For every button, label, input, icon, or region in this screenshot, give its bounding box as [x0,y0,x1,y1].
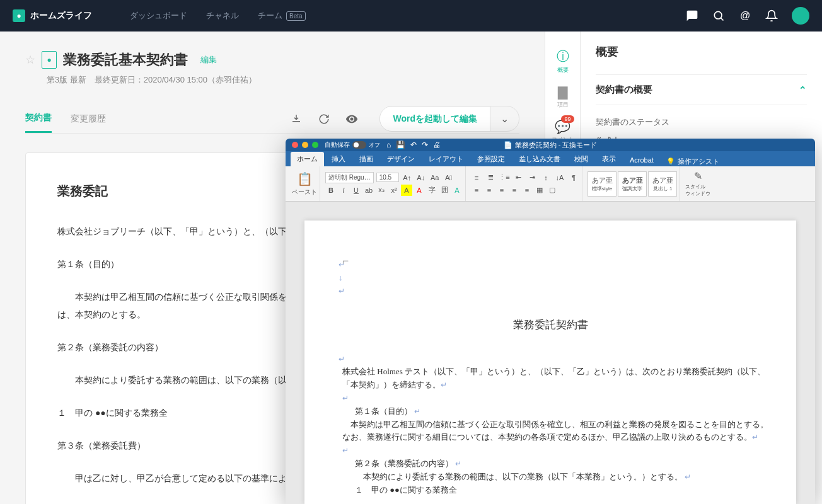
mention-icon[interactable]: @ [739,9,751,22]
superscript-button[interactable]: x² [388,185,400,196]
align-left-icon[interactable]: ≡ [471,185,482,196]
brand-icon: ● [13,9,25,22]
borders-icon[interactable]: ▢ [547,185,558,196]
char-shading-icon[interactable]: A [451,185,463,196]
nav-team[interactable]: チーム Beta [258,10,306,21]
strikethrough-button[interactable]: ab [363,185,374,196]
print-icon[interactable]: 🖨 [433,140,441,149]
subscript-button[interactable]: x₂ [376,185,387,196]
tab-contract[interactable]: 契約書 [25,105,52,133]
ribbon-tab-home[interactable]: ホーム [291,152,324,166]
save-icon[interactable]: 💾 [396,140,405,149]
change-case-icon[interactable]: Aa [429,172,441,183]
minimize-icon[interactable] [302,142,308,148]
bold-button[interactable]: B [325,185,337,196]
notification-icon[interactable] [765,9,778,22]
char-border-icon[interactable]: 囲 [439,185,450,196]
nav-items: ダッシュボード チャネル チーム Beta [130,10,306,21]
style-emphasis[interactable]: あア亜強調太字 [618,171,647,197]
word-page[interactable]: ⌐ ↵ ↓ ↵ 業務委託契約書 ↵ 株式会社 Holmes テスト（以下、「甲」… [304,220,796,504]
multilevel-icon[interactable]: ⋮≡ [499,172,510,183]
line-spacing-icon[interactable]: ↕ [540,172,552,183]
accordion-title: 契約書の概要 [596,84,652,96]
ribbon-tab-references[interactable]: 参照設定 [471,152,511,166]
show-marks-icon[interactable]: ¶ [568,172,579,183]
indent-left-icon[interactable]: ⇤ [512,172,524,183]
distributed-icon[interactable]: ≡ [521,185,533,196]
word-chevron-icon[interactable]: ⌄ [490,106,519,131]
accordion-header[interactable]: 契約書の概要 ⌃ [596,74,807,105]
ribbon-tab-view[interactable]: 表示 [596,152,622,166]
autosave-toggle[interactable] [352,141,366,149]
justify-icon[interactable]: ≡ [509,185,520,196]
rail-icon-overview[interactable]: ⓘ 概要 [549,44,577,78]
top-navigation: ● ホームズライフ ダッシュボード チャネル チーム Beta @ [0,0,822,32]
style-heading1[interactable]: あア亜見出し 1 [648,171,677,197]
paste-label: ペースト [292,188,317,197]
ribbon-tab-layout[interactable]: レイアウト [422,152,470,166]
ruby-icon[interactable]: 字 [426,185,437,196]
preview-icon[interactable] [345,113,358,125]
styles-pane-button[interactable]: ✎ スタイル ウィンドウ [685,170,710,197]
font-size-select[interactable]: 10.5 [376,173,399,182]
chevron-up-icon: ⌃ [799,84,807,96]
increase-font-icon[interactable]: A↑ [402,172,413,183]
brand[interactable]: ● ホームズライフ [13,9,92,22]
font-color-icon[interactable]: A [414,185,425,196]
autosave: 自動保存 オフ [325,140,380,149]
ribbon-tabs: ホーム 挿入 描画 デザイン レイアウト 参照設定 差し込み文書 校閲 表示 A… [286,151,815,166]
sort-icon[interactable]: ↓A [554,172,565,183]
text-highlight-icon[interactable]: A [401,185,412,196]
ribbon-tab-review[interactable]: 校閲 [568,152,594,166]
ribbon-assist[interactable]: 💡操作アシスト [666,157,719,166]
nav-channel[interactable]: チャネル [206,10,239,21]
italic-button[interactable]: I [338,185,349,196]
ribbon-tab-draw[interactable]: 描画 [353,152,379,166]
filename-text: 業務委託契約 - 互換モード [515,140,598,150]
undo-icon[interactable]: ↶ [410,140,417,149]
ribbon-tab-insert[interactable]: 挿入 [325,152,352,166]
word-launch-button[interactable]: Wordを起動して編集 [380,107,490,131]
maximize-icon[interactable] [312,142,318,148]
comment-badge: 99 [561,115,574,123]
edit-link[interactable]: 編集 [200,54,217,66]
search-icon[interactable] [712,9,725,22]
messages-icon[interactable] [686,9,698,22]
indent-right-icon[interactable]: ⇥ [526,172,538,183]
decrease-font-icon[interactable]: A↓ [415,172,427,183]
word-titlebar[interactable]: 自動保存 オフ ⌂ 💾 ↶ ↷ 🖨 📄 業務委託契約 - 互換モード [286,139,815,151]
rail-icon-items[interactable]: ▇ 項目 [549,81,577,113]
bullets-icon[interactable]: ≡ [471,172,482,183]
autosave-state: オフ [369,141,380,149]
align-right-icon[interactable]: ≡ [496,185,507,196]
ribbon-group-font: 游明朝 Regu… 10.5 A↑ A↓ Aa A⃠ B I U ab x₂ x… [323,166,466,201]
clear-format-icon[interactable]: A⃠ [443,172,454,183]
info-icon: ⓘ [557,48,569,65]
redo-icon[interactable]: ↷ [422,140,428,149]
align-center-icon[interactable]: ≡ [483,185,495,196]
nav-right: @ [686,7,809,25]
ribbon-tab-design[interactable]: デザイン [381,152,421,166]
tab-history[interactable]: 変更履歴 [71,106,106,132]
style-normal[interactable]: あア亜標準style [588,171,616,197]
paste-button[interactable]: 📋 ペースト [292,171,317,197]
nav-dashboard[interactable]: ダッシュボード [130,10,187,21]
ribbon-tab-acrobat[interactable]: Acrobat [623,154,660,166]
tabs-row: 契約書 変更履歴 Wordを起動して編集 ⌄ [25,105,519,134]
underline-button[interactable]: U [350,185,362,196]
document-icon: ● [42,51,57,69]
refresh-icon[interactable] [318,113,330,125]
word-article-2: 第２条（業務委託の内容） [355,459,453,468]
star-icon[interactable]: ☆ [25,53,35,67]
numbering-icon[interactable]: ≣ [485,172,496,183]
styles-pane-label: スタイル ウィンドウ [685,183,710,197]
word-canvas[interactable]: ⌐ ↵ ↓ ↵ 業務委託契約書 ↵ 株式会社 Holmes テスト（以下、「甲」… [286,202,815,504]
avatar[interactable] [792,7,809,25]
shading-icon[interactable]: ▦ [534,185,545,196]
font-family-select[interactable]: 游明朝 Regu… [325,172,374,183]
home-icon[interactable]: ⌂ [386,140,391,149]
ribbon-tab-mailmerge[interactable]: 差し込み文書 [512,152,567,166]
download-icon[interactable] [290,113,303,125]
word-doc-icon: 📄 [504,141,512,149]
close-icon[interactable] [292,142,298,148]
